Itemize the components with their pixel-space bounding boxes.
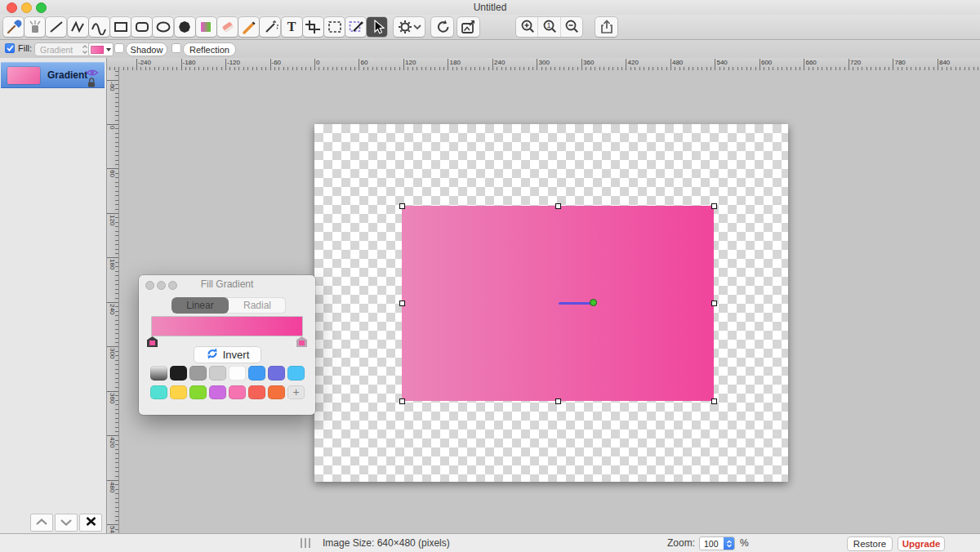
- selection-handle[interactable]: [555, 203, 561, 209]
- gradient-stop-left[interactable]: [147, 336, 158, 347]
- ruler-tick: [115, 471, 118, 472]
- eyedropper-tool-button[interactable]: [3, 17, 24, 37]
- rectangle-tool-button[interactable]: [110, 17, 131, 37]
- ruler-tick: [115, 200, 118, 201]
- add-color-button[interactable]: +: [287, 385, 305, 400]
- palette-swatch[interactable]: [268, 385, 285, 400]
- ruler-tick: [115, 329, 118, 330]
- gradient-preview-bar[interactable]: [152, 317, 302, 336]
- tab-linear[interactable]: Linear: [172, 297, 229, 314]
- palette-swatch[interactable]: [209, 366, 226, 381]
- tab-radial[interactable]: Radial: [229, 297, 286, 314]
- palette-swatch[interactable]: [150, 366, 167, 381]
- palette-swatch[interactable]: [229, 385, 246, 400]
- ruler-tick: [115, 453, 118, 454]
- bezier-tool-button[interactable]: [68, 17, 88, 37]
- gear-menu-button[interactable]: [394, 17, 425, 37]
- selection-handle[interactable]: [399, 300, 405, 306]
- palette-swatch[interactable]: [150, 385, 167, 400]
- selection-handle[interactable]: [711, 398, 717, 404]
- magic-select-tool-button[interactable]: [345, 17, 366, 37]
- ruler-label: 60: [109, 170, 116, 177]
- shadow-checkbox[interactable]: [114, 43, 124, 53]
- magic-wand-tool-button[interactable]: [260, 17, 280, 37]
- restore-button[interactable]: Restore: [847, 536, 893, 551]
- selection-handle[interactable]: [711, 300, 717, 306]
- palette-swatch[interactable]: [170, 385, 187, 400]
- ellipse-tool-button[interactable]: [153, 17, 173, 37]
- invert-label: Invert: [223, 349, 250, 361]
- dropdown-arrow-icon: [106, 48, 111, 51]
- ruler-tick: [107, 213, 118, 214]
- palette-swatch[interactable]: [189, 366, 207, 381]
- rounded-rectangle-tool-button[interactable]: [131, 17, 152, 37]
- ruler-label: 480: [672, 59, 683, 66]
- eraser-tool-button[interactable]: [217, 17, 238, 37]
- move-layer-up-button[interactable]: [30, 514, 53, 532]
- move-arrow-tool-button[interactable]: [367, 17, 387, 37]
- fill-color-well[interactable]: [88, 42, 114, 56]
- share-button[interactable]: [595, 17, 617, 37]
- selection-handle[interactable]: [711, 203, 717, 209]
- layer-lock-icon[interactable]: [86, 76, 97, 91]
- ruler-tick: [115, 164, 118, 165]
- curve-tool-button[interactable]: [89, 17, 109, 37]
- zoom-actual-size-button[interactable]: 1: [538, 17, 560, 37]
- palette-swatch[interactable]: [189, 385, 207, 400]
- zoom-in-button[interactable]: [516, 17, 538, 37]
- sidebar-resize-grip[interactable]: [301, 538, 310, 548]
- palette-swatch[interactable]: [287, 366, 305, 381]
- palette-swatch[interactable]: [209, 385, 226, 400]
- ruler-label: 360: [583, 59, 594, 66]
- palette-swatch[interactable]: [229, 366, 246, 381]
- paint-spray-tool-button[interactable]: [24, 17, 45, 37]
- gradient-rectangle-shape[interactable]: [402, 206, 714, 401]
- palette-swatch[interactable]: [248, 385, 265, 400]
- ruler-tick: [115, 520, 118, 521]
- gradient-tool-button[interactable]: [196, 17, 216, 37]
- ruler-tick: [115, 378, 118, 379]
- selection-handle[interactable]: [399, 398, 405, 404]
- horizontal-ruler: -240-180-120-600601201802403003604204805…: [107, 58, 980, 71]
- upgrade-button[interactable]: Upgrade: [898, 536, 945, 551]
- ruler-label: 240: [494, 59, 505, 66]
- ruler-tick: [804, 59, 804, 70]
- palette-swatch[interactable]: [170, 366, 187, 381]
- move-layer-down-button[interactable]: [55, 514, 78, 532]
- gradient-direction-line[interactable]: [559, 302, 593, 305]
- reflection-checkbox[interactable]: [172, 43, 181, 53]
- panel-titlebar[interactable]: Fill Gradient: [139, 275, 315, 293]
- selection-handle[interactable]: [555, 398, 561, 404]
- gradient-stop-right[interactable]: [296, 336, 307, 347]
- palette-swatch[interactable]: [268, 366, 285, 381]
- ruler-tick: [115, 226, 118, 227]
- fill-checkbox[interactable]: [5, 43, 15, 53]
- line-tool-button[interactable]: [46, 17, 66, 37]
- text-tool-button[interactable]: T: [282, 17, 302, 37]
- reflection-button[interactable]: Reflection: [183, 42, 236, 56]
- fill-type-select[interactable]: Gradient: [34, 42, 91, 56]
- crop-tool-button[interactable]: [303, 17, 323, 37]
- shadow-button[interactable]: Shadow: [126, 42, 167, 56]
- invert-arrows-icon: [206, 347, 219, 363]
- zoom-level-select[interactable]: 100: [699, 536, 735, 550]
- ruler-tick: [115, 364, 118, 365]
- pencil-tool-button[interactable]: [238, 17, 259, 37]
- ruler-tick: [115, 151, 118, 152]
- ruler-tick: [115, 137, 118, 138]
- export-image-button[interactable]: [457, 17, 479, 37]
- gradient-endpoint-handle[interactable]: [590, 299, 597, 306]
- zoom-out-button[interactable]: [561, 17, 582, 37]
- delete-layer-button[interactable]: [79, 514, 102, 532]
- marquee-select-tool-button[interactable]: [324, 17, 345, 37]
- gradient-stop-color: [299, 341, 305, 345]
- ruler-tick: [136, 59, 137, 70]
- invert-button[interactable]: Invert: [194, 347, 261, 363]
- ruler-tick: [225, 59, 226, 70]
- selection-handle[interactable]: [399, 203, 405, 209]
- palette-swatch[interactable]: [248, 366, 265, 381]
- polygon-tool-button[interactable]: [175, 17, 195, 37]
- layer-item-gradient[interactable]: Gradient: [1, 62, 105, 87]
- document-canvas[interactable]: [314, 124, 788, 482]
- rotate-button[interactable]: [431, 17, 453, 37]
